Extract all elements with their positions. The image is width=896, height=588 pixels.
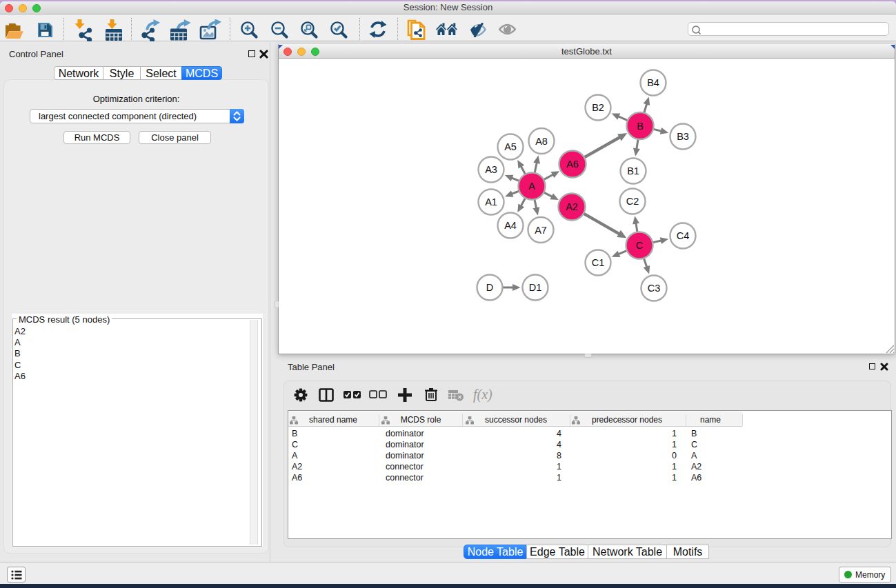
svg-text:D1: D1 [529,282,542,293]
svg-text:B: B [637,121,644,132]
svg-text:C2: C2 [626,196,639,207]
svg-text:A6: A6 [566,159,579,170]
svg-text:A7: A7 [535,225,547,236]
svg-text:B1: B1 [627,165,639,176]
svg-text:D: D [486,282,493,293]
svg-text:B4: B4 [647,77,659,88]
svg-text:A5: A5 [504,141,517,152]
svg-text:A8: A8 [535,136,548,147]
svg-text:C: C [636,240,643,251]
svg-text:C4: C4 [677,230,690,241]
svg-text:A3: A3 [485,164,497,175]
svg-text:C1: C1 [592,257,605,268]
svg-text:B3: B3 [677,131,689,142]
svg-text:A4: A4 [504,220,517,231]
svg-text:B2: B2 [592,102,604,113]
svg-text:A1: A1 [485,196,497,207]
svg-text:C3: C3 [648,283,661,294]
svg-text:A2: A2 [566,201,578,212]
svg-text:A: A [528,181,535,192]
